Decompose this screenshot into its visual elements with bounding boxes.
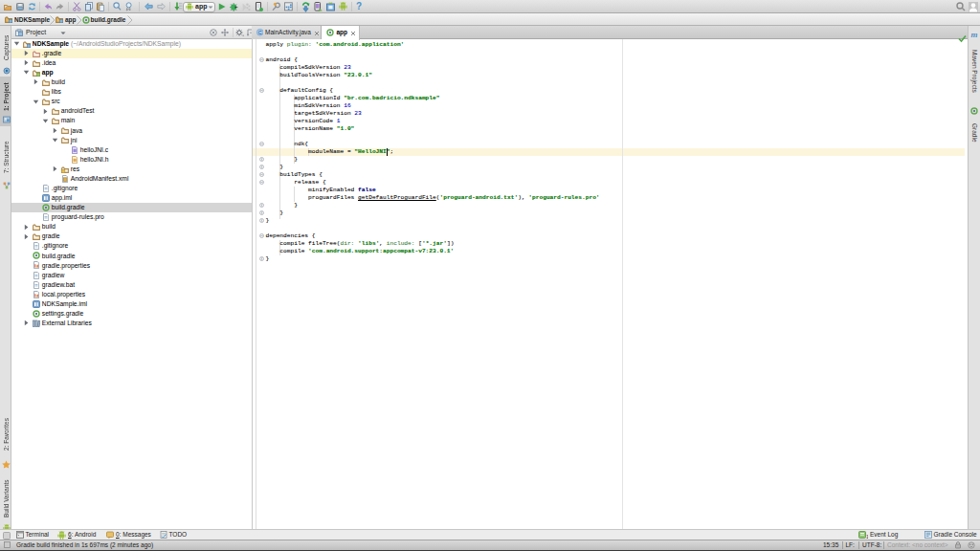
svg-text:C: C <box>257 30 261 35</box>
svg-text:1: 1 <box>866 534 868 539</box>
svg-text:m: m <box>970 30 977 38</box>
